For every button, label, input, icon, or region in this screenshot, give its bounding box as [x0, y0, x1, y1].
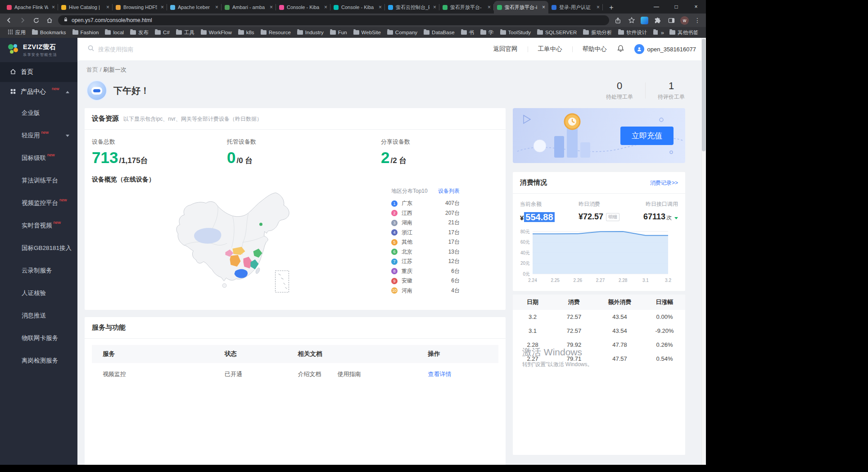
sidebar-subitem[interactable]: 人证核验 [0, 282, 77, 304]
breadcrumb-home[interactable]: 首页 [86, 66, 98, 73]
sidebar-subitem[interactable]: 国标GB28181接入 [0, 237, 77, 259]
browser-tab[interactable]: 萤石开放平台-× [439, 1, 494, 14]
service-action-link[interactable]: 查看详情 [428, 371, 451, 377]
tab-close-icon[interactable]: × [52, 4, 55, 10]
bookmark-folder[interactable]: Fun [327, 28, 350, 37]
account-chip[interactable]: open_3581616077 [634, 44, 696, 54]
share-icon[interactable] [613, 15, 623, 25]
bell-icon[interactable] [617, 45, 624, 54]
browser-tab[interactable]: Hive Catalog |× [58, 1, 113, 14]
link-official-site[interactable]: 返回官网 [493, 45, 518, 53]
bookmark-folder[interactable]: WebSite [350, 28, 384, 37]
bookmark-folder[interactable]: ToolStudy [497, 28, 534, 37]
sidebar-subitem[interactable]: 云录制服务 [0, 259, 77, 282]
bookmark-folder[interactable]: Company [384, 28, 420, 37]
sidebar-subitem[interactable]: 物联网卡服务 [0, 327, 77, 349]
extensions-puzzle-icon[interactable] [652, 15, 662, 25]
bookmark-folder[interactable]: 行业 [650, 28, 658, 37]
service-doc-link[interactable]: 使用指南 [337, 371, 361, 377]
apps-shortcut[interactable]: 应用 [5, 28, 29, 37]
sidebar-subitem[interactable]: 视频监控平台new [0, 192, 77, 214]
link-help-center[interactable]: 帮助中心 [583, 45, 607, 53]
sidebar-subitem[interactable]: 实时音视频new [0, 214, 77, 237]
pending-tickets[interactable]: 0 待处理工单 [600, 80, 639, 101]
scrollbar-thumb[interactable] [702, 39, 705, 151]
recharge-button[interactable]: 立即充值 [620, 127, 674, 145]
search-input[interactable] [98, 46, 202, 53]
sidebar-item-product-center[interactable]: 产品中心 new [0, 82, 77, 102]
browser-tab[interactable]: Browsing HDF5× [113, 1, 167, 14]
sidebar-subitem[interactable]: 算法训练平台 [0, 169, 77, 192]
bookmark-folder[interactable]: 发布 [127, 28, 152, 37]
tab-close-icon[interactable]: × [324, 4, 327, 10]
new-tab-button[interactable]: + [606, 2, 617, 14]
chevron-down-icon[interactable] [674, 217, 678, 219]
browser-tab[interactable]: Apache Flink W× [4, 1, 58, 14]
side-panel-icon[interactable] [666, 15, 676, 25]
browser-tab[interactable]: 萤石开放平台-i× [494, 1, 548, 14]
tab-close-icon[interactable]: × [379, 4, 382, 10]
address-bar[interactable]: open.ys7.com/console/home.html [58, 15, 609, 25]
bookmark-folder[interactable]: DataBase [420, 28, 458, 37]
browser-tab[interactable]: Apache Iceber× [167, 1, 222, 14]
reload-icon[interactable] [31, 15, 41, 25]
bookmark-star-icon[interactable] [627, 15, 637, 25]
sidebar-subitem[interactable]: 企业版 [0, 102, 77, 124]
bookmark-folder[interactable]: Industry [294, 28, 327, 37]
browser-tab[interactable]: Console - Kiba× [330, 1, 385, 14]
detail-chip-button[interactable]: 明细 [606, 213, 619, 221]
home-icon[interactable] [45, 15, 54, 25]
breadcrumb-current: 刷新一次 [103, 66, 127, 73]
tab-close-icon[interactable]: × [270, 4, 273, 10]
browser-tab[interactable]: 登录-用户认证× [548, 1, 603, 14]
tab-close-icon[interactable]: × [161, 4, 164, 10]
sidebar-subitem[interactable]: 国标级联new [0, 147, 77, 169]
bookmark-folder[interactable]: WorkFlow [198, 28, 235, 37]
link-ticket-center[interactable]: 工单中心 [538, 45, 562, 53]
bookmark-folder[interactable]: 软件设计 [615, 28, 650, 37]
maximize-button[interactable]: □ [666, 0, 686, 14]
browser-tab[interactable]: 萤石云控制台_E× [385, 1, 439, 14]
tab-title: 萤石开放平台-i [505, 4, 538, 11]
chrome-profile-avatar[interactable]: w [680, 16, 689, 25]
other-bookmarks[interactable]: 其他书签 [666, 28, 701, 37]
tab-close-icon[interactable]: × [542, 4, 545, 10]
tab-close-icon[interactable]: × [215, 4, 218, 10]
bookmark-folder[interactable]: 书 [458, 28, 478, 37]
bookmark-folder[interactable]: C# [152, 28, 173, 37]
sidebar-subitem[interactable]: 轻应用new [0, 124, 77, 147]
sidebar-subitem[interactable]: 离岗检测服务 [0, 349, 77, 372]
search-box[interactable] [87, 45, 222, 54]
close-button[interactable]: × [686, 0, 706, 14]
browser-menu-icon[interactable]: ⋮ [693, 17, 702, 24]
page-scrollbar[interactable] [701, 38, 706, 465]
bookmark-folder[interactable]: SQLSERVER [534, 28, 580, 37]
bookmark-folder[interactable]: k8s [235, 28, 258, 37]
bookmark-folder[interactable]: Resource [258, 28, 294, 37]
bookmark-folder[interactable]: Fashion [69, 28, 102, 37]
bookmark-folder[interactable]: 工具 [173, 28, 198, 37]
device-list-link[interactable]: 设备列表 [438, 187, 460, 195]
service-doc-link[interactable]: 介绍文档 [298, 371, 321, 377]
forward-icon[interactable] [18, 15, 27, 25]
tab-close-icon[interactable]: × [488, 4, 491, 10]
browser-tab[interactable]: Console - Kiba× [276, 1, 330, 14]
browser-tab[interactable]: Ambari - amba× [222, 1, 276, 14]
to-review-tickets[interactable]: 1 待评价工单 [652, 80, 691, 101]
bookmark-folder[interactable]: 学 [477, 28, 497, 37]
sidebar-subitem[interactable]: 消息推送 [0, 304, 77, 327]
tab-close-icon[interactable]: × [433, 4, 436, 10]
apps-grid-icon [8, 29, 13, 36]
bookmark-folder[interactable]: 振动分析 [580, 28, 615, 37]
ezviz-logo[interactable]: EZVIZ萤石 乐享安全智能生活 [0, 38, 77, 62]
bing-extension-icon[interactable] [641, 17, 648, 24]
back-icon[interactable] [4, 15, 14, 25]
minimize-button[interactable]: — [646, 0, 666, 14]
sidebar-item-home[interactable]: 首页 [0, 62, 77, 82]
tab-close-icon[interactable]: × [106, 4, 109, 10]
bookmarks-overflow-chevron[interactable]: » [659, 29, 666, 36]
consumption-records-link[interactable]: 消费记录>> [650, 179, 678, 187]
bookmark-folder[interactable]: Bookmarks [29, 28, 69, 37]
bookmark-folder[interactable]: local [102, 28, 127, 37]
tab-close-icon[interactable]: × [597, 4, 600, 10]
